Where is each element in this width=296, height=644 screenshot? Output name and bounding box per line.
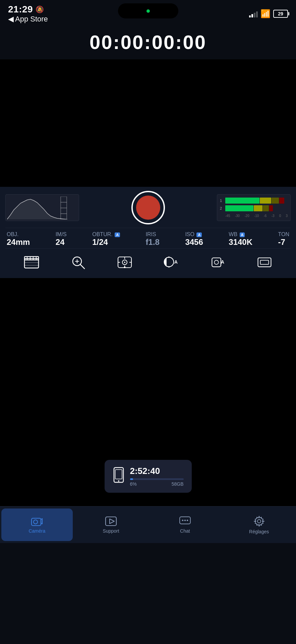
mute-icon: 🔕 (36, 5, 44, 13)
level-track-2 (225, 205, 288, 211)
phone-icon-svg (113, 467, 125, 483)
ton-label: TON (278, 231, 289, 237)
level-red-2 (269, 205, 273, 211)
back-chevron-icon: ◀ (8, 15, 14, 23)
setting-obj[interactable]: OBJ. 24mm (7, 231, 30, 247)
slate-button[interactable] (21, 254, 42, 271)
battery-level: 29 (278, 11, 283, 16)
frame-icon (257, 256, 272, 269)
slate-icon (24, 256, 39, 269)
setting-iris[interactable]: IRIS f1.8 (146, 231, 160, 247)
iso-value: 3456 (185, 237, 203, 247)
tab-support[interactable]: Support (75, 508, 147, 541)
ton-value: -7 (278, 237, 285, 247)
control-panel: 1 2 (0, 187, 296, 278)
setting-ton[interactable]: TON -7 (278, 231, 289, 247)
tab-camera[interactable]: Caméra (1, 508, 73, 541)
svg-rect-35 (115, 470, 122, 479)
storage-row: 6% 58GB (130, 481, 184, 487)
focus-button[interactable] (115, 254, 135, 271)
camera-tab-label: Caméra (28, 528, 45, 534)
dynamic-island (118, 3, 178, 18)
svg-marker-4 (7, 199, 67, 219)
viewfinder-top[interactable] (0, 59, 296, 187)
setting-ims[interactable]: IM/S 24 (56, 231, 67, 247)
level-dark-1 (272, 198, 279, 204)
svg-point-24 (124, 267, 125, 268)
svg-text:A: A (174, 259, 178, 265)
storage-total: 58GB (172, 481, 184, 487)
obj-value: 24mm (7, 237, 30, 247)
zoom-button[interactable] (68, 254, 88, 271)
ims-label: IM/S (56, 231, 67, 237)
svg-point-38 (34, 520, 38, 524)
svg-rect-39 (106, 517, 116, 526)
signal-bar-4 (256, 11, 258, 17)
level-scale: -45 -30 -20 -10 -6 -3 0 3 (220, 213, 288, 218)
svg-rect-37 (32, 518, 41, 526)
phone-storage-icon (113, 467, 125, 486)
obj-label: OBJ. (7, 231, 19, 237)
level-green-2 (225, 205, 253, 211)
camera-dot (146, 9, 150, 13)
timecode-display: 00:00:00:00 (0, 31, 296, 53)
setting-obtur[interactable]: OBTUR. A 1/24 (92, 231, 120, 247)
obtur-label: OBTUR. A (92, 231, 120, 237)
ims-value: 24 (56, 237, 65, 247)
wifi-icon: 📶 (260, 9, 271, 18)
chat-tab-icon (179, 516, 191, 526)
camera-tab-icon (31, 516, 43, 526)
exposure-icon: A (164, 256, 179, 269)
record-button[interactable] (131, 191, 165, 224)
wb-value: 3140K (229, 237, 252, 247)
status-left: 21:29 🔕 ◀ App Store (8, 4, 48, 23)
status-right: 📶 29 (249, 9, 288, 18)
record-button-container (131, 191, 165, 224)
waveform-display (7, 197, 67, 219)
svg-line-14 (80, 264, 84, 269)
tab-settings[interactable]: Réglages (223, 508, 295, 541)
svg-marker-40 (110, 519, 114, 524)
svg-point-42 (182, 520, 183, 521)
level-meters: 1 2 (217, 194, 291, 221)
iris-label: IRIS (146, 231, 156, 237)
svg-rect-32 (258, 258, 271, 267)
signal-bar-2 (251, 14, 253, 17)
svg-point-19 (124, 262, 125, 263)
focus-icon (117, 256, 133, 269)
iso-auto-badge: A (196, 232, 202, 237)
support-tab-label: Support (103, 528, 119, 534)
wb-auto-badge: A (240, 232, 245, 237)
svg-point-44 (187, 520, 188, 521)
storage-bar-fill (130, 478, 133, 480)
setting-wb[interactable]: WB A 3140K (229, 231, 252, 247)
battery-indicator: 29 (273, 10, 288, 18)
svg-point-30 (215, 260, 219, 264)
app-store-label: App Store (15, 15, 48, 23)
channel-1-label: 1 (220, 199, 224, 203)
tab-chat[interactable]: Chat (150, 508, 221, 541)
storage-bar-bg (130, 478, 184, 480)
frame-button[interactable] (254, 254, 275, 271)
chat-tab-label: Chat (180, 528, 190, 534)
settings-tab-label: Réglages (249, 529, 269, 534)
support-tab-icon (105, 516, 117, 526)
app-store-back[interactable]: ◀ App Store (8, 15, 48, 23)
level-dark-2 (263, 205, 269, 211)
viewfinder-bottom: 2:52:40 6% 58GB (0, 278, 296, 506)
storage-info: 2:52:40 6% 58GB (130, 466, 184, 487)
level-green-1 (225, 198, 259, 204)
histogram-widget (5, 194, 79, 221)
setting-iso[interactable]: ISO A 3456 (185, 231, 203, 247)
control-row-main: 1 2 (5, 191, 291, 224)
level-empty-1 (285, 198, 288, 204)
settings-row: OBJ. 24mm IM/S 24 OBTUR. A 1/24 IRIS f1.… (5, 228, 291, 248)
svg-text:A: A (221, 259, 224, 265)
status-bar: 21:29 🔕 ◀ App Store 📶 29 (0, 0, 296, 26)
wb-label: WB A (229, 231, 245, 237)
autofocus-button[interactable]: A (208, 254, 228, 271)
exposure-button[interactable]: A (161, 254, 181, 271)
signal-bars-icon (249, 10, 258, 17)
signal-bar-3 (254, 13, 255, 17)
iso-label: ISO A (185, 231, 202, 237)
